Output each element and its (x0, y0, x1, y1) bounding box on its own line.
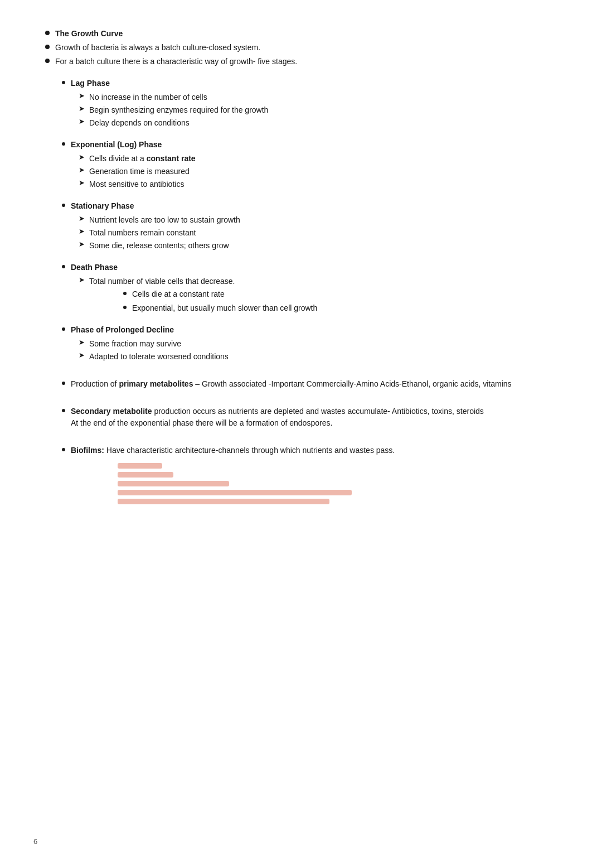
lag-sub-2-text: Begin synthesizing enzymes required for … (89, 104, 268, 116)
blurred-line-5 (118, 499, 329, 504)
blurred-line-2 (118, 472, 173, 478)
exp-sub-2: ➤ Generation time is measured (79, 166, 547, 177)
arrow-icon: ➤ (79, 240, 85, 248)
bullet-dot-small (62, 448, 65, 451)
content-area: The Growth Curve Growth of bacteria is a… (45, 17, 547, 504)
stat-sub-2-text: Total numbers remain constant (89, 227, 196, 239)
exp-sub-2-text: Generation time is measured (89, 166, 190, 177)
exp-sub-3-text: Most sensitive to antibiotics (89, 179, 184, 190)
stationary-phase-label: Stationary Phase (71, 200, 134, 212)
lag-phase-label: Lag Phase (71, 78, 110, 89)
list-item-stationary-phase: Stationary Phase (62, 200, 547, 212)
death-phase-label: Death Phase (71, 262, 118, 273)
blurred-line-4 (118, 490, 352, 495)
stat-sub-2: ➤ Total numbers remain constant (79, 227, 547, 239)
blurred-line-1 (118, 463, 162, 469)
stat-sub-1: ➤ Nutrient levels are too low to sustain… (79, 214, 547, 226)
arrow-icon: ➤ (79, 117, 85, 126)
death-bullet-1-text: Cells die at a constant rate (132, 288, 225, 300)
list-item-prolonged-decline: Phase of Prolonged Decline (62, 324, 547, 336)
death-sub-1-text: Total number of viable cells that decrea… (89, 276, 235, 287)
list-item-death-phase: Death Phase (62, 262, 547, 273)
list-item-batch-stages: For a batch culture there is a character… (45, 56, 547, 67)
prolonged-sub-1-text: Some fraction may survive (89, 338, 181, 350)
death-bullet-1: Cells die at a constant rate (123, 288, 547, 300)
prolonged-decline-label: Phase of Prolonged Decline (71, 324, 174, 336)
bullet-dot-small (62, 382, 65, 385)
arrow-icon: ➤ (79, 214, 85, 223)
arrow-icon: ➤ (79, 91, 85, 100)
list-item-secondary-metabolite: Secondary metabolite production occurs a… (62, 406, 547, 429)
bullet-dot-small (62, 142, 65, 146)
lag-sub-1-text: No increase in the number of cells (89, 91, 207, 103)
lag-sub-1: ➤ No increase in the number of cells (79, 91, 547, 103)
bullet-dot-small (62, 265, 65, 268)
bullet-dot (45, 45, 50, 49)
bullet-dot (45, 31, 50, 35)
arrow-icon: ➤ (79, 227, 85, 235)
bullet-dot-small (62, 409, 65, 412)
list-item-lag-phase: Lag Phase (62, 78, 547, 89)
arrow-icon: ➤ (79, 104, 85, 113)
stat-sub-1-text: Nutrient levels are too low to sustain g… (89, 214, 240, 226)
arrow-icon: ➤ (79, 153, 85, 161)
lag-sub-2: ➤ Begin synthesizing enzymes required fo… (79, 104, 547, 116)
secondary-metabolite-text: Secondary metabolite production occurs a… (71, 406, 484, 429)
blurred-line-3 (118, 481, 229, 486)
list-item-exp-phase: Exponential (Log) Phase (62, 139, 547, 151)
bullet-dot-small (62, 327, 65, 331)
arrow-icon: ➤ (79, 338, 85, 346)
death-sub-1: ➤ Total number of viable cells that decr… (79, 276, 547, 287)
arrow-icon: ➤ (79, 166, 85, 174)
growth-curve-text: The Growth Curve (55, 28, 123, 40)
list-item-primary-metabolites: Production of primary metabolites – Grow… (62, 378, 547, 390)
death-bullet-2-text: Exponential, but usually much slower tha… (132, 302, 317, 314)
biofilms-text: Biofilms: Have characteristic architectu… (71, 445, 395, 456)
prolonged-sub-2: ➤ Adapted to tolerate worsened condition… (79, 351, 547, 363)
arrow-icon: ➤ (79, 276, 85, 284)
exp-sub-1-text: Cells divide at a constant rate (89, 153, 196, 165)
bullet-dot-small (123, 292, 127, 295)
bullet-dot-small (62, 204, 65, 207)
primary-metabolites-text: Production of primary metabolites – Grow… (71, 378, 512, 390)
exp-sub-3: ➤ Most sensitive to antibiotics (79, 179, 547, 190)
list-item-biofilms: Biofilms: Have characteristic architectu… (62, 445, 547, 456)
bullet-dot (45, 59, 50, 63)
batch-culture-text: Growth of bacteria is always a batch cul… (55, 42, 260, 54)
list-item-batch-culture: Growth of bacteria is always a batch cul… (45, 42, 547, 54)
page-number: 6 (33, 837, 37, 846)
stat-sub-3: ➤ Some die, release contents; others gro… (79, 240, 547, 252)
exp-phase-label: Exponential (Log) Phase (71, 139, 162, 151)
batch-stages-text: For a batch culture there is a character… (55, 56, 297, 67)
bullet-dot-small (123, 306, 127, 309)
stat-sub-3-text: Some die, release contents; others grow (89, 240, 229, 252)
growth-curve-bold: The Growth Curve (55, 29, 123, 38)
arrow-icon: ➤ (79, 179, 85, 187)
lag-sub-3-text: Delay depends on conditions (89, 117, 190, 129)
lag-sub-3: ➤ Delay depends on conditions (79, 117, 547, 129)
bullet-dot-small (62, 81, 65, 84)
death-bullet-2: Exponential, but usually much slower tha… (123, 302, 547, 314)
arrow-icon: ➤ (79, 351, 85, 359)
exp-sub-1: ➤ Cells divide at a constant rate (79, 153, 547, 165)
prolonged-sub-2-text: Adapted to tolerate worsened conditions (89, 351, 229, 363)
blurred-image-area (118, 463, 352, 504)
prolonged-sub-1: ➤ Some fraction may survive (79, 338, 547, 350)
list-item-growth-curve: The Growth Curve (45, 28, 547, 40)
